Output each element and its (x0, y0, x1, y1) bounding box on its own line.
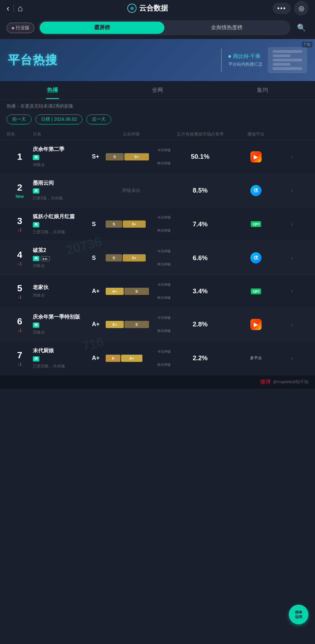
current-date-button[interactable]: 日榜 | 2024.06.02 (35, 114, 82, 124)
platform-cell-3: iQIYI (230, 221, 282, 227)
rank-cell-7: 7 ↓1 (7, 350, 33, 366)
rating-cell-5: 今日评级 A+ A+ S 昨日评级 (92, 282, 171, 300)
rank-change: ↓1 (18, 362, 22, 366)
bar-s: S (106, 153, 124, 160)
nav-right: ••• ◎ (273, 1, 308, 15)
title-badges: 网 (33, 222, 92, 227)
rating-bars: S S+ (106, 254, 146, 261)
tab-avg[interactable]: 集均 (210, 81, 315, 99)
rating-bar-row: A+ A A+ (92, 355, 142, 362)
next-day-button[interactable]: 后一天 (86, 114, 111, 124)
rank-change: ↓1 (18, 228, 22, 232)
tab-baping[interactable]: 霸屏榜 (40, 22, 164, 34)
title-cell-2: 墨雨云间 网 已更5集，共40集 (33, 180, 92, 201)
drama-meta: 36集全 (33, 162, 92, 168)
platform-cell-1: ▶ (230, 151, 282, 162)
table-row[interactable]: 5 ↓1 老家伙 36集全 今日评级 A+ A+ S 昨日评级 3.4% i (0, 275, 315, 308)
market-cell-6: 2.8% (171, 321, 230, 328)
rating-viz: 今日评级 S S S+ 昨日评级 (92, 249, 171, 267)
banner[interactable]: 广告 平台热搜 两比特·千乘 平台站内热搜汇总 (0, 39, 315, 81)
rank-cell-3: 3 ↓1 (7, 216, 33, 232)
platform-cell-6: ▶ (230, 319, 282, 330)
img-line-2 (273, 54, 290, 57)
rating-bars: A+ S (106, 288, 149, 295)
hot-desc: 热播：在更及完结未满2周的剧集 (7, 103, 74, 109)
rank-cell-5: 5 ↓1 (7, 283, 33, 300)
market-cell-1: 50.1% (171, 153, 230, 160)
rating-bars: A A+ (106, 355, 142, 362)
banner-brand-name: 两比特·千乘 (228, 53, 262, 60)
yesterday-label: 昨日评级 (158, 262, 171, 267)
rating-cell-4: 今日评级 S S S+ 昨日评级 (92, 249, 171, 267)
rating-bar-row: S S S+ (92, 220, 146, 228)
date-bar: 前一天 日榜 | 2024.06.02 后一天 (0, 111, 315, 129)
main-tab-group: 霸屏榜 全舆情热度榜 (38, 20, 290, 35)
bar-s: S (106, 254, 122, 261)
home-icon[interactable]: ⌂ (18, 3, 23, 13)
table-header: 排名 片名 云合评级 正片有效播放市场占有率 播放平台 (0, 129, 315, 140)
chevron-4[interactable]: › (282, 255, 302, 261)
table-row[interactable]: 2 New 墨雨云间 网 已更5集，共40集 评级未出 8.5% 优 › (0, 174, 315, 208)
prev-day-button[interactable]: 前一天 (7, 114, 32, 124)
footer-bar: 微博 @mapleleaf知不知 (0, 375, 315, 389)
banner-desc: 平台站内热搜汇总 (228, 61, 262, 67)
badge-net: 网 (33, 322, 39, 328)
tab-sentiment[interactable]: 全舆情热度榜 (164, 22, 289, 34)
bar-ap: A+ (106, 321, 124, 328)
th-rank: 排名 (7, 132, 33, 137)
chevron-2[interactable]: › (282, 187, 302, 194)
drama-meta: 26集全 (33, 263, 92, 269)
rating-grade: A+ (92, 355, 104, 362)
bar-a: A (106, 355, 120, 362)
badge-special: ▶▶ (41, 256, 50, 261)
rank-cell-6: 6 ↓1 (7, 316, 33, 333)
target-button[interactable]: ◎ (294, 1, 308, 15)
rating-bars: S S+ (106, 153, 149, 160)
table-row[interactable]: 6 ↓1 庆余年第一季特别版 网 25集全 今日评级 A+ A+ S 昨日评级 (0, 308, 315, 342)
today-label: 今日评级 (158, 349, 171, 354)
yesterday-label: 昨日评级 (158, 329, 171, 333)
title-badges: 网 (33, 155, 92, 160)
drama-meta: 36集全 (33, 293, 92, 298)
industry-badge[interactable]: ◆ 行业版 (7, 23, 34, 33)
tab-all[interactable]: 全网 (105, 81, 210, 99)
table-row[interactable]: 3 ↓1 狐妖小红娘月红篇 网 已更22集，共36集 今日评级 S S S+ 昨… (0, 207, 315, 241)
img-line-5 (273, 67, 302, 70)
rating-viz: 今日评级 A+ A+ S 昨日评级 (92, 282, 171, 300)
chevron-3[interactable]: › (282, 221, 302, 228)
banner-divider (221, 49, 222, 72)
rank-number: 4 (17, 250, 22, 260)
bar-s: S (106, 220, 122, 228)
search-button[interactable]: 🔍 (294, 22, 308, 33)
rating-grade: A+ (92, 321, 104, 328)
rating-viz: 今日评级 S+ S S+ 昨日评级 (92, 148, 171, 166)
more-button[interactable]: ••• (273, 3, 291, 14)
chevron-7[interactable]: › (282, 355, 302, 362)
rating-viz: 今日评级 S S S+ 昨日评级 (92, 215, 171, 233)
table-row[interactable]: 4 ↓1 破茧2 网 ▶▶ 26集全 今日评级 S S S+ 昨日评级 (0, 241, 315, 275)
platform-youku-icon: 优 (250, 185, 262, 196)
rank-cell-4: 4 ↓1 (7, 250, 33, 266)
platform-iqiyi-icon: iQIYI (251, 221, 261, 227)
th-platform: 播放平台 (230, 132, 282, 137)
market-cell-5: 3.4% (171, 287, 230, 295)
rank-number: 5 (17, 283, 22, 294)
rating-cell-3: 今日评级 S S S+ 昨日评级 (92, 215, 171, 233)
drama-meta: 已更5集，共40集 (33, 196, 92, 201)
rank-change: ↓1 (18, 295, 22, 300)
chevron-1[interactable]: › (282, 153, 302, 160)
drama-title: 老家伙 (33, 284, 92, 291)
platform-cell-4: 优 (230, 252, 282, 263)
tab-hot[interactable]: 热播 (0, 81, 105, 99)
badge-net: 网 (33, 222, 39, 227)
back-button[interactable]: ‹ (7, 3, 10, 13)
bar-s: S (124, 288, 149, 295)
drama-title: 墨雨云间 (33, 180, 92, 187)
table-row[interactable]: 1 庆余年第二季 网 36集全 今日评级 S+ S S+ 昨日评级 (0, 140, 315, 174)
chevron-5[interactable]: › (282, 288, 302, 295)
img-line-4 (273, 63, 290, 66)
table-row[interactable]: 7 ↓1 末代厨娘 网 已更20集，共40集 今日评级 A+ A A+ 昨日评级 (0, 342, 315, 375)
chevron-6[interactable]: › (282, 321, 302, 328)
bar-ap: A+ (106, 288, 124, 295)
bar-sp: S+ (123, 254, 146, 261)
